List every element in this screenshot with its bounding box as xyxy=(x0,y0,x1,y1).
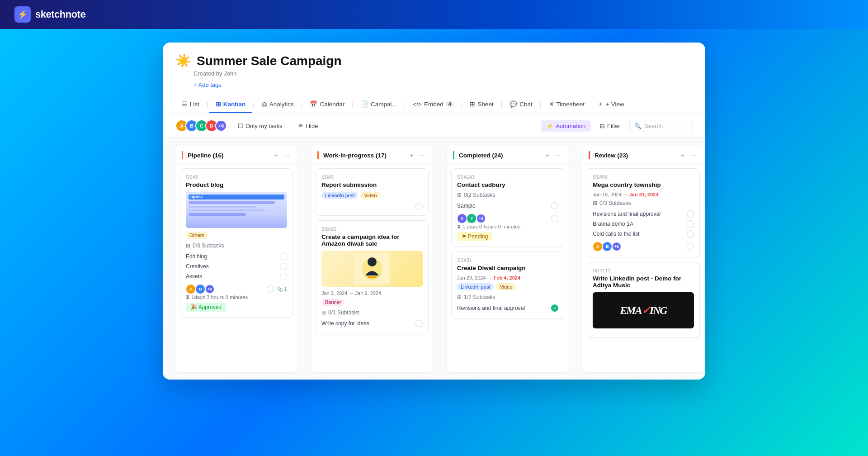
tag-video: Video xyxy=(360,192,380,199)
card-tags-ss9: LinkedIn post Video xyxy=(321,192,423,199)
column-wip-title: Work-in-progress (17) xyxy=(323,152,387,159)
subtask-row: Cold calls to the list xyxy=(593,229,694,239)
tag-video: Video xyxy=(496,283,516,290)
card-avatars: A B +6 xyxy=(593,242,621,252)
col-review-more[interactable]: ··· xyxy=(689,151,698,160)
card-id: SS#10 xyxy=(321,226,423,232)
logo-icon: ⚡ xyxy=(14,6,31,23)
filter-button[interactable]: ⊟ Filter xyxy=(595,120,625,132)
kanban-icon: ⊞ xyxy=(216,100,221,108)
card-title: Create a campaign idea for Amazon diwali… xyxy=(321,233,423,247)
card-tags-ss31: LinkedIn post Video xyxy=(457,283,558,290)
avatar-overflow-count[interactable]: +6 xyxy=(215,120,227,132)
tab-add-view[interactable]: ＋ + View xyxy=(591,95,631,114)
card-ss9: SS#9 Report submission LinkedIn post Vid… xyxy=(316,168,429,216)
hide-button[interactable]: 👁 Hide xyxy=(293,120,323,132)
tab-embed[interactable]: </> Embed 4 xyxy=(406,96,460,113)
tab-list[interactable]: ☰ List xyxy=(175,96,206,113)
attachment-count: 📎 1 xyxy=(277,286,287,292)
card-dates-ss31: Jan 29, 2024 → Feb 4, 2024 xyxy=(457,275,558,280)
col-accent-pipeline xyxy=(182,151,183,159)
project-title: Summer Sale Campaign xyxy=(197,54,342,68)
subtask-checkbox[interactable] xyxy=(687,210,694,218)
column-review-header: Review (23) + ··· xyxy=(582,145,704,164)
search-box[interactable]: 🔍 Search xyxy=(629,120,693,132)
card-checkbox-ss143[interactable] xyxy=(551,215,558,222)
col-completed-add[interactable]: + xyxy=(543,151,551,160)
status-badge-ss3: 🎉 Approved xyxy=(186,303,226,312)
subtask-row: Sample xyxy=(457,201,558,211)
top-bar: ⚡ sketchnote xyxy=(0,0,868,29)
card-id: SS#3 xyxy=(186,174,287,180)
subtask-checkbox[interactable] xyxy=(687,230,694,238)
sheet-icon: ⊞ xyxy=(470,100,475,108)
card-subtasks-ss143: ⊞ 0/2 Subtasks xyxy=(457,192,558,198)
card-title: Report submission xyxy=(321,181,423,188)
card-subtasks-ss3: ⊞ 0/3 Subtasks xyxy=(186,242,287,249)
board-inner: Pipeline (16) + ··· SS#3 Product blog Up… xyxy=(163,138,705,380)
card-checkbox-ss56[interactable] xyxy=(687,243,694,250)
card-title: Write LinkedIn post - Demo for Aditya Mu… xyxy=(593,275,694,289)
subtask-checkbox[interactable] xyxy=(415,320,423,327)
card-tags-ss3: Others xyxy=(186,232,287,239)
card-bottom-ss56: A B +6 xyxy=(593,242,694,252)
completed-cards: SS#143 Contact cadbury ⊞ 0/2 Subtasks Sa… xyxy=(447,164,569,372)
card-ss10: SS#10 Create a campaign idea for Amazon … xyxy=(316,220,429,334)
tab-campaign[interactable]: 📄 Campai... xyxy=(354,96,403,113)
card-avatars: X Y +2 xyxy=(457,214,486,223)
col-wip-add[interactable]: + xyxy=(408,151,415,160)
add-tags-link[interactable]: + Add tags xyxy=(193,81,222,88)
card-subtasks-ss56: ⊞ 0/3 Subtasks xyxy=(593,200,694,206)
column-pipeline-title: Pipeline (16) xyxy=(188,152,224,159)
card-subtasks-ss31: ⊞ 1/2 Subtasks xyxy=(457,294,558,300)
tab-analytics[interactable]: ◎ Analytics xyxy=(255,96,300,113)
automation-icon: ⚡ xyxy=(546,123,553,129)
add-view-icon: ＋ xyxy=(597,100,604,108)
card-checkbox-main[interactable] xyxy=(267,285,274,293)
col-pipeline-more[interactable]: ··· xyxy=(282,151,291,160)
col-completed-more[interactable]: ··· xyxy=(553,151,562,160)
avatar-group: A B C D +6 xyxy=(175,119,227,132)
card-thumb-ss3: Upstox xyxy=(186,192,287,228)
column-pipeline: Pipeline (16) + ··· SS#3 Product blog Up… xyxy=(175,145,297,372)
subtask-checkbox[interactable] xyxy=(687,220,694,228)
only-my-tasks-button[interactable]: ☐ Only my tasks xyxy=(233,120,287,132)
card-dates-ss56: Jan 18, 2024 → Jan 31, 2024 xyxy=(593,192,694,197)
subtask-checkbox[interactable] xyxy=(280,253,287,260)
tab-kanban[interactable]: ⊞ Kanban xyxy=(209,96,252,113)
toolbar-right: ⚡ Automation ⊟ Filter 🔍 Search xyxy=(541,120,693,132)
column-completed: Completed (24) + ··· SS#143 Contact cadb… xyxy=(447,145,569,372)
card-time-ss143: ⧗ 1 days 0 hours 0 minutes xyxy=(457,223,558,229)
column-pipeline-header: Pipeline (16) + ··· xyxy=(175,145,297,164)
col-review-add[interactable]: + xyxy=(679,151,686,160)
card-checkbox-ss9[interactable] xyxy=(415,203,423,210)
card-id: SS#9 xyxy=(321,174,423,180)
svg-point-2 xyxy=(368,257,377,266)
card-title: Contact cadbury xyxy=(457,181,558,188)
tag-others: Others xyxy=(186,232,208,239)
col-wip-more[interactable]: ··· xyxy=(418,151,427,160)
status-badge-ss143: ⚑ Pending xyxy=(457,232,492,241)
column-completed-header: Completed (24) + ··· xyxy=(447,145,569,164)
col-pipeline-add[interactable]: + xyxy=(272,151,279,160)
subtask-checkbox[interactable] xyxy=(551,202,558,209)
card-bottom-ss143: X Y +2 xyxy=(457,214,558,223)
tab-sheet[interactable]: ⊞ Sheet xyxy=(463,96,500,113)
card-tags-ss10: Banner xyxy=(321,299,423,306)
project-header: ☀️ Summer Sale Campaign Created by John … xyxy=(163,43,705,114)
svg-rect-3 xyxy=(368,276,377,278)
tab-calendar[interactable]: 📅 Calendar xyxy=(303,96,351,113)
tab-timesheet[interactable]: ✕ Timesheet xyxy=(542,96,591,113)
subtask-checkbox[interactable] xyxy=(280,273,287,280)
tab-chat[interactable]: 💬 Chat xyxy=(503,96,539,113)
campaign-illustration xyxy=(354,253,390,285)
campaign-icon: 📄 xyxy=(361,100,368,108)
subtask-checkbox-checked[interactable]: ✓ xyxy=(551,304,558,312)
project-emoji: ☀️ xyxy=(175,53,191,68)
app-name: sketchnote xyxy=(35,9,85,20)
automation-button[interactable]: ⚡ Automation xyxy=(541,120,591,132)
subtask-checkbox[interactable] xyxy=(280,263,287,270)
card-ss31: SS#31 Create Diwali campaign Jan 29, 202… xyxy=(451,252,564,319)
tag-linkedin: LinkedIn post xyxy=(321,192,358,199)
search-icon: 🔍 xyxy=(634,123,642,129)
